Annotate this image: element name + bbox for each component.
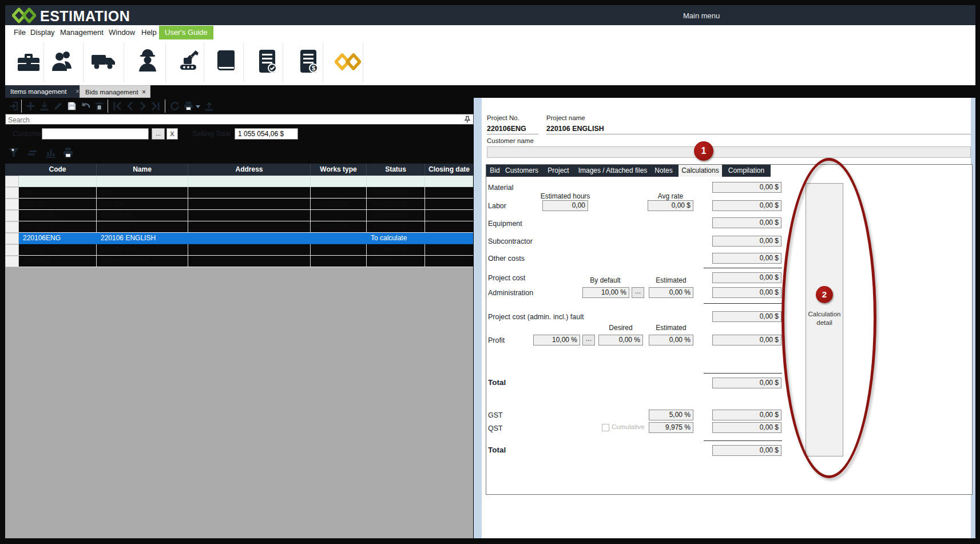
edit-icon[interactable]	[53, 101, 64, 112]
table-row[interactable]: trtttttttt To calculate	[5, 187, 473, 198]
import-icon[interactable]	[39, 101, 50, 112]
worker-icon[interactable]	[134, 47, 161, 75]
print-dropdown-icon[interactable]	[196, 105, 200, 108]
tab-notes[interactable]: Notes	[649, 165, 679, 177]
export-icon[interactable]	[204, 101, 215, 112]
table-row-selected[interactable]: 220106ENG220106 ENGLISH To calculate	[5, 233, 473, 244]
subcontractor-amount-field[interactable]: 0,00 $	[712, 236, 781, 247]
last-icon[interactable]	[150, 101, 161, 112]
menu-window[interactable]: Window	[109, 28, 135, 37]
profit-desired-field[interactable]: 0,00 %	[598, 335, 643, 346]
truck-icon[interactable]	[90, 47, 117, 75]
close-icon[interactable]: ×	[76, 85, 80, 98]
profit-default-field[interactable]: 10,00 %	[533, 335, 580, 346]
toolbox-icon[interactable]	[15, 47, 42, 75]
menu-users-guide[interactable]: User's Guide	[159, 26, 213, 39]
tab-images-attached-files[interactable]: Images / Attached files	[577, 165, 649, 177]
selling-total-label: Selling Total	[192, 130, 231, 138]
header-closing-date[interactable]: Closing date	[425, 164, 473, 176]
table-row[interactable]: 210827 EngEnglish test To calculate	[5, 244, 473, 256]
refresh-icon[interactable]	[169, 101, 180, 112]
grand-total-amount-field[interactable]: 0,00 $	[712, 445, 781, 456]
customers-icon[interactable]	[49, 47, 77, 75]
by-default-label: By default	[577, 276, 634, 284]
delete-icon[interactable]	[94, 101, 105, 112]
header-code[interactable]: Code	[19, 164, 97, 176]
undo-icon[interactable]	[80, 101, 91, 112]
excavator-icon[interactable]	[176, 47, 203, 75]
main-menu-label[interactable]: Main menu	[683, 11, 720, 20]
exit-icon[interactable]	[9, 101, 19, 112]
chart-icon[interactable]	[45, 146, 57, 159]
cumulative-checkbox[interactable]	[602, 424, 609, 431]
pin-icon[interactable]	[463, 116, 471, 124]
equipment-amount-field[interactable]: 0,00 $	[712, 217, 781, 228]
estimated-label: Estimated	[642, 276, 700, 284]
filter-icon[interactable]	[7, 146, 20, 159]
filter-row[interactable]	[5, 176, 473, 187]
total-amount-field[interactable]: 0,00 $	[712, 378, 781, 388]
customer-browse-button[interactable]: ...	[152, 128, 165, 140]
header-address[interactable]: Address	[188, 164, 311, 176]
menu-display[interactable]: Display	[30, 28, 55, 37]
app-window: ESTIMATION Main menu File Display Manage…	[0, 0, 980, 544]
customer-clear-button[interactable]: X	[166, 128, 178, 140]
tab-calculations[interactable]: Calculations	[679, 165, 722, 177]
next-icon[interactable]	[137, 101, 148, 112]
qst-amount-field[interactable]: 0,00 $	[712, 422, 781, 433]
customer-name-label: Customer name	[487, 137, 534, 144]
previous-icon[interactable]	[125, 101, 136, 112]
tab-items-management[interactable]: Items management ×	[5, 85, 84, 98]
admin-estimated-field[interactable]: 0,00 %	[649, 287, 693, 298]
table-row[interactable]: test cqctest cqc Residential To calculat…	[5, 198, 473, 210]
project-cost-amount-field[interactable]: 0,00 $	[712, 272, 781, 283]
brand-gold-icon[interactable]	[335, 53, 361, 71]
tab-compilation[interactable]: Compilation	[722, 165, 771, 177]
project-no-label: Project No.	[487, 114, 519, 121]
tab-customers[interactable]: Customers	[503, 165, 540, 177]
gst-amount-field[interactable]: 0,00 $	[712, 410, 781, 420]
header-status[interactable]: Status	[367, 164, 425, 176]
customer-filter-input[interactable]	[42, 128, 149, 140]
menu-help[interactable]: Help	[141, 28, 157, 37]
material-amount-field[interactable]: 0,00 $	[712, 182, 781, 193]
qst-rate-field[interactable]: 9,975 %	[649, 422, 693, 433]
summary-icon[interactable]	[26, 146, 39, 159]
administration-amount-field[interactable]: 0,00 $	[712, 287, 781, 298]
add-icon[interactable]	[25, 101, 36, 112]
labor-amount-field[interactable]: 0,00 $	[712, 200, 781, 211]
table-row[interactable]: 210825 TTest Gabarit NP Closed	[5, 256, 473, 267]
tab-bids-management[interactable]: Bids management ×	[80, 85, 150, 98]
admin-browse-button[interactable]: ...	[632, 287, 644, 298]
project-name-field[interactable]: 220106 ENGLISH	[546, 123, 971, 134]
catalog-icon[interactable]	[213, 47, 240, 75]
list-print-icon[interactable]	[62, 146, 74, 159]
profit-estimated-field[interactable]: 0,00 %	[649, 335, 693, 346]
customer-name-field[interactable]	[487, 146, 971, 158]
avg-rate-field[interactable]: 0,00 $	[648, 200, 693, 211]
documents-check-icon[interactable]	[253, 47, 281, 75]
first-icon[interactable]	[112, 101, 123, 112]
table-row[interactable]: PSTEST4PS test 4e To calculate	[5, 210, 473, 221]
profit-browse-button[interactable]: ...	[582, 335, 595, 346]
search-input[interactable]	[6, 116, 454, 125]
menu-file[interactable]: File	[14, 28, 26, 37]
gst-rate-field[interactable]: 5,00 %	[649, 410, 693, 420]
desired-label: Desired	[592, 324, 649, 332]
header-works-type[interactable]: Works type	[311, 164, 367, 176]
print-icon[interactable]	[183, 101, 194, 112]
tab-project[interactable]: Project	[540, 165, 577, 177]
close-icon[interactable]: ×	[142, 86, 146, 98]
header-name[interactable]: Name	[97, 164, 188, 176]
profit-amount-field[interactable]: 0,00 $	[712, 335, 781, 346]
panel-splitter[interactable]	[474, 98, 482, 538]
admin-default-field[interactable]: 10,00 %	[582, 287, 629, 298]
other-costs-amount-field[interactable]: 0,00 $	[712, 253, 781, 264]
project-cost-incl-amount-field[interactable]: 0,00 $	[712, 311, 781, 322]
project-no-field[interactable]: 220106ENG	[487, 123, 538, 134]
menu-management[interactable]: Management	[60, 28, 104, 37]
table-row[interactable]: PSTEST3.1PSTEST3.1 Residential To calcul…	[5, 221, 473, 233]
tab-bid[interactable]: Bid	[486, 165, 503, 177]
labor-hours-field[interactable]: 0,00	[542, 200, 588, 211]
documents-dollar-icon[interactable]: $	[295, 47, 322, 75]
